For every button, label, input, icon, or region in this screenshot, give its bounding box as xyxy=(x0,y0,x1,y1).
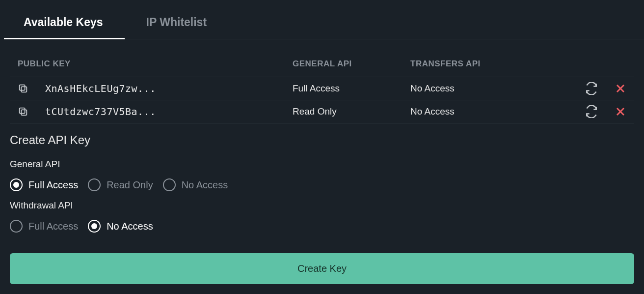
radio-general-read-only[interactable]: Read Only xyxy=(88,178,153,191)
delete-icon[interactable] xyxy=(615,83,626,94)
radio-icon xyxy=(88,220,101,233)
radio-group-withdrawal: Full Access No Access xyxy=(10,220,634,233)
radio-icon xyxy=(88,178,101,191)
tab-label: IP Whitelist xyxy=(146,16,207,29)
refresh-icon[interactable] xyxy=(585,82,598,95)
group-label-withdrawal: Withdrawal API xyxy=(10,200,634,211)
tab-ip-whitelist[interactable]: IP Whitelist xyxy=(125,9,229,39)
create-key-button[interactable]: Create Key xyxy=(10,253,634,284)
row-actions xyxy=(567,105,626,118)
content: PUBLIC KEY GENERAL API TRANSFERS API XnA… xyxy=(0,39,644,294)
radio-icon xyxy=(10,178,23,191)
public-key-value: XnAsHEkcLEUg7zw... xyxy=(45,83,156,94)
api-keys-panel: Available Keys IP Whitelist PUBLIC KEY G… xyxy=(0,0,644,294)
radio-withdrawal-full-access[interactable]: Full Access xyxy=(10,220,78,233)
radio-label: Full Access xyxy=(28,221,78,232)
svg-rect-4 xyxy=(21,110,27,115)
create-api-key-section: Create API Key General API Full Access R… xyxy=(10,123,634,284)
table-header: PUBLIC KEY GENERAL API TRANSFERS API xyxy=(10,49,634,77)
keys-table: PUBLIC KEY GENERAL API TRANSFERS API XnA… xyxy=(10,49,634,123)
radio-general-full-access[interactable]: Full Access xyxy=(10,178,78,191)
transfers-api-value: No Access xyxy=(410,83,567,94)
delete-icon[interactable] xyxy=(615,106,626,118)
general-api-value: Read Only xyxy=(293,106,410,117)
tabs: Available Keys IP Whitelist xyxy=(0,0,644,39)
button-label: Create Key xyxy=(297,263,347,274)
public-key-cell: tCUtdzwc737V5Ba... xyxy=(18,106,293,118)
radio-icon xyxy=(10,220,23,233)
radio-general-no-access[interactable]: No Access xyxy=(163,178,228,191)
radio-withdrawal-no-access[interactable]: No Access xyxy=(88,220,153,233)
public-key-cell: XnAsHEkcLEUg7zw... xyxy=(18,83,293,94)
group-label-general: General API xyxy=(10,159,634,170)
radio-label: No Access xyxy=(107,221,153,232)
svg-rect-0 xyxy=(21,87,27,92)
public-key-value: tCUtdzwc737V5Ba... xyxy=(45,106,156,118)
radio-label: Read Only xyxy=(107,179,153,191)
row-actions xyxy=(567,82,626,95)
radio-label: Full Access xyxy=(28,179,78,191)
table-row: XnAsHEkcLEUg7zw... Full Access No Access xyxy=(10,77,634,100)
radio-label: No Access xyxy=(182,179,228,191)
general-api-value: Full Access xyxy=(293,83,410,94)
copy-icon[interactable] xyxy=(18,106,28,117)
col-general-api: GENERAL API xyxy=(293,59,410,69)
table-row: tCUtdzwc737V5Ba... Read Only No Access xyxy=(10,100,634,123)
copy-icon[interactable] xyxy=(18,83,28,94)
tab-label: Available Keys xyxy=(24,16,103,29)
refresh-icon[interactable] xyxy=(585,105,598,118)
col-transfers-api: TRANSFERS API xyxy=(410,59,567,69)
tab-available-keys[interactable]: Available Keys xyxy=(2,9,125,39)
svg-rect-5 xyxy=(20,108,25,114)
transfers-api-value: No Access xyxy=(410,106,567,117)
col-public-key: PUBLIC KEY xyxy=(18,59,293,69)
radio-icon xyxy=(163,178,176,191)
radio-group-general: Full Access Read Only No Access xyxy=(10,178,634,191)
svg-rect-1 xyxy=(20,85,25,90)
create-title: Create API Key xyxy=(10,133,634,147)
